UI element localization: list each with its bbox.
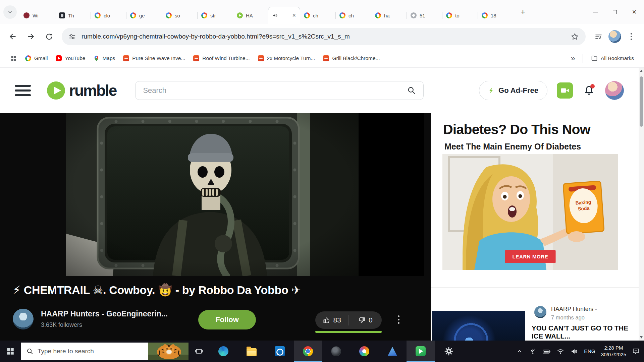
browser-tab[interactable]: 51 — [407, 7, 442, 24]
bookmarks-overflow-chevron[interactable]: » — [568, 54, 579, 63]
media-controls-button[interactable] — [590, 28, 606, 45]
go-ad-free-button[interactable]: Go Ad-Free — [479, 81, 547, 100]
taskbar-app-dark-app[interactable] — [322, 341, 350, 362]
ad-learn-more-button[interactable]: LEARN MORE — [505, 250, 556, 263]
minimize-button[interactable] — [586, 0, 605, 24]
usb-icon — [529, 348, 537, 355]
video-player[interactable] — [66, 113, 424, 276]
back-button[interactable] — [5, 28, 21, 45]
tab-search-button[interactable] — [3, 5, 17, 19]
network-tray-button[interactable] — [556, 347, 565, 355]
volume-tray-button[interactable] — [570, 347, 578, 355]
taskbar-app-media-player[interactable] — [407, 341, 435, 362]
taskbar-app-edge[interactable] — [209, 341, 237, 362]
forward-icon — [26, 32, 35, 41]
bookmark-label: Roof Wind Turbine... — [202, 55, 250, 61]
site-search-input[interactable] — [143, 86, 402, 95]
browser-tab[interactable]: Th — [55, 7, 91, 24]
tab-close-icon[interactable]: × — [292, 12, 296, 18]
scrollbar-thumb[interactable] — [640, 76, 643, 127]
browser-tab[interactable]: 18 — [478, 7, 513, 24]
channel-avatar[interactable] — [13, 309, 34, 329]
ad-subhead: Meet The Main Enemy Of Diabetes — [444, 142, 581, 152]
minimize-icon — [593, 12, 598, 12]
bookmark-item[interactable]: Grill Black/Chrome... — [319, 52, 384, 65]
browser-tab[interactable]: to — [442, 7, 478, 24]
hamburger-menu-button[interactable] — [15, 85, 31, 96]
search-icon[interactable] — [407, 86, 416, 95]
dislike-button[interactable]: 0 — [349, 316, 382, 324]
browser-tab-active[interactable]: × — [268, 7, 300, 24]
taskbar-app-file-explorer[interactable] — [237, 341, 266, 362]
ad-product-label-1: Baking — [575, 199, 591, 205]
related-video-thumbnail[interactable] — [432, 311, 525, 341]
browser-tab[interactable]: str — [197, 7, 233, 24]
maximize-button[interactable] — [605, 0, 625, 24]
bookmark-item[interactable]: Pure Sine Wave Inve... — [119, 52, 189, 65]
related-channel-avatar[interactable] — [534, 306, 546, 318]
taskbar-search-box[interactable] — [21, 343, 189, 360]
bookmark-item[interactable]: YouTube — [52, 52, 89, 65]
url-text: rumble.com/vp6yng-chemtrail-cowboy-by-ro… — [82, 33, 350, 40]
start-button[interactable] — [0, 341, 21, 362]
user-avatar[interactable] — [605, 81, 624, 100]
new-tab-button[interactable]: + — [517, 6, 529, 18]
video-column: ⚡ CHEMTRAIL ☠. Cowboy. 🤠 - by Robbo Da Y… — [0, 113, 431, 341]
all-bookmarks-button[interactable]: All Bookmarks — [587, 52, 638, 65]
bookmark-item[interactable]: Maps — [89, 52, 119, 65]
rumble-logo[interactable]: rumble — [47, 81, 116, 100]
browser-tab[interactable]: Wi — [19, 7, 55, 24]
notifications-button[interactable] — [582, 84, 596, 97]
action-center-button[interactable] — [632, 347, 640, 355]
search-highlight-tiger-image[interactable] — [148, 343, 189, 360]
bookmarks-divider — [583, 54, 583, 63]
tab-label: Wi — [33, 13, 39, 18]
follow-button[interactable]: Follow — [198, 310, 256, 329]
tab-favicon-google — [446, 12, 452, 18]
taskbar-clock[interactable]: 2:28 PM 30/07/2025 — [601, 345, 626, 358]
browser-tab[interactable]: ge — [126, 7, 162, 24]
like-button[interactable]: 83 — [315, 316, 348, 324]
browser-tab[interactable]: so — [162, 7, 197, 24]
bookmark-label: YouTube — [65, 55, 85, 61]
task-view-button[interactable] — [189, 341, 209, 362]
close-button[interactable]: × — [625, 0, 644, 24]
site-search-box[interactable] — [135, 81, 424, 100]
tab-audio-speaker-icon — [272, 12, 278, 18]
taskbar-search-input[interactable] — [38, 348, 138, 355]
ad-image[interactable]: Baking Soda LEARN MORE — [442, 154, 618, 270]
browser-profile-avatar[interactable] — [608, 30, 621, 43]
scroll-up-arrow[interactable] — [640, 70, 643, 72]
taskbar-app-photos[interactable] — [378, 341, 407, 362]
battery-tray-button[interactable] — [542, 347, 551, 356]
bookmark-item[interactable]: Roof Wind Turbine... — [189, 52, 254, 65]
reload-button[interactable] — [41, 28, 57, 45]
taskbar-app-paint[interactable] — [350, 341, 378, 362]
usb-tray-button[interactable] — [529, 348, 537, 355]
video-options-button[interactable] — [398, 315, 399, 324]
language-indicator[interactable]: ENG — [584, 348, 595, 354]
browser-menu-button[interactable] — [623, 28, 639, 45]
url-bar[interactable]: rumble.com/vp6yng-chemtrail-cowboy-by-ro… — [62, 28, 586, 45]
browser-tab[interactable]: HA — [233, 7, 268, 24]
apps-grid-button[interactable] — [6, 52, 21, 65]
ad-headline[interactable]: Diabetes? Do This Now — [443, 122, 590, 137]
channel-name[interactable]: HAARP Hunters - GeoEngineerin... — [41, 309, 195, 318]
browser-tab[interactable]: clo — [91, 7, 126, 24]
taskbar-app-chrome[interactable] — [294, 341, 322, 362]
browser-tab[interactable]: ch — [300, 7, 335, 24]
bookmark-item[interactable]: Gmail — [21, 52, 52, 65]
taskbar-app-settings[interactable] — [435, 341, 463, 362]
show-hidden-icons-button[interactable] — [516, 348, 523, 355]
bookmark-item[interactable]: 2x Motorcycle Turn... — [254, 52, 319, 65]
page-scrollbar[interactable] — [639, 68, 644, 341]
scroll-down-arrow[interactable] — [640, 336, 643, 339]
browser-tab[interactable]: ha — [371, 7, 407, 24]
taskbar-app-outlook[interactable] — [266, 341, 294, 362]
bookmark-star-icon[interactable] — [571, 33, 579, 41]
upload-video-button[interactable] — [557, 82, 573, 99]
related-video-title[interactable]: YOU CAN'T JUST GO TO THE ICE WALL... — [532, 324, 631, 340]
browser-tab[interactable]: ch — [335, 7, 371, 24]
related-channel-name[interactable]: HAARP Hunters - — [551, 306, 597, 313]
forward-button[interactable] — [23, 28, 39, 45]
